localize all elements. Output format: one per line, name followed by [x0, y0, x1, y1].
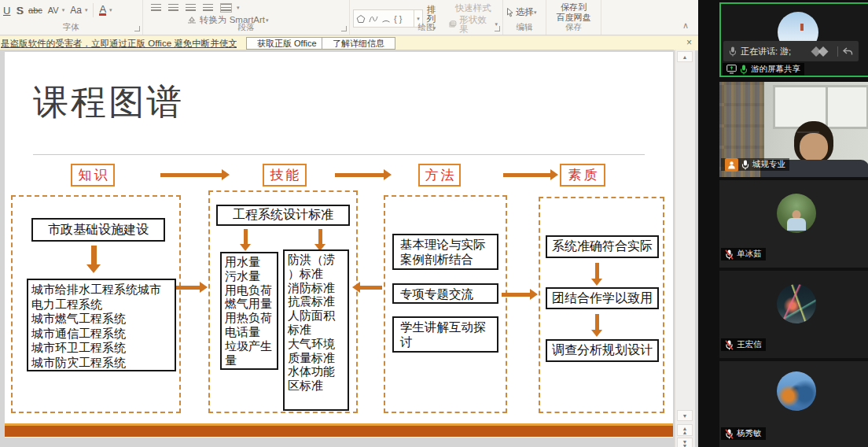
reply-arrow-icon[interactable] — [842, 46, 853, 56]
skills-quantities-box: 用水量污水量用电负荷燃气用量用热负荷电话量垃圾产生量 — [220, 252, 278, 370]
text-shadow-button[interactable]: S — [16, 5, 23, 17]
arrow-right-icon — [503, 173, 550, 177]
participant-name: 城规专业 — [752, 159, 785, 170]
slide-scrollbar[interactable]: ▲ ▼ ▲▲ ▼▼ — [675, 50, 695, 447]
avatar — [777, 371, 816, 411]
knowledge-top-box: 市政基础设施建设 — [31, 218, 165, 242]
meeting-panel: 正在讲话: 游; 游的屏幕共享 城规专业 — [698, 0, 868, 447]
learn-more-button[interactable]: 了解详细信息 — [322, 37, 395, 50]
collapse-ribbon-button[interactable]: ∧ — [682, 20, 689, 31]
video-tile-muted[interactable]: 杨秀敏 — [719, 361, 868, 447]
participant-name: 单冰茹 — [737, 249, 762, 260]
participant-name: 游的屏幕共享 — [751, 64, 800, 75]
speaking-banner: 正在讲话: 游; — [723, 41, 859, 61]
arrow-down-icon — [595, 263, 599, 279]
license-warning-link[interactable]: 是盗版软件的受害者，立即通过正版 Office 避免中断并使文件保持安全。 — [1, 38, 237, 50]
share-tile-label: 游的屏幕共享 — [723, 63, 804, 76]
ribbon-group-font: U S abc AV▾ Aa▾ A▾ 字体 — [0, 0, 143, 35]
arrow-right-icon — [176, 286, 200, 290]
chevron-down-icon: ▾ — [237, 5, 240, 11]
arrow-right-icon — [160, 173, 222, 177]
next-slide-button[interactable]: ▼▼ — [677, 438, 693, 447]
chevron-down-icon: ▾ — [109, 7, 112, 13]
video-tile-screen-share[interactable]: 正在讲话: 游; 游的屏幕共享 — [719, 2, 868, 77]
video-tile-muted[interactable]: 单冰茹 — [719, 180, 868, 268]
qualities-box-2: 团结合作学以致用 — [546, 287, 659, 309]
participant-label: 单冰茹 — [721, 248, 766, 260]
arrow-down-icon — [244, 229, 248, 244]
get-genuine-office-button[interactable]: 获取正版 Office — [246, 37, 328, 50]
divider — [93, 3, 94, 17]
skills-top-box: 工程系统设计标准 — [216, 205, 350, 226]
arrow-down-icon — [318, 229, 322, 244]
mic-on-icon — [740, 65, 748, 75]
arrow-right-icon — [335, 173, 384, 177]
chevron-down-icon: ▾ — [85, 7, 88, 13]
methods-box-3: 学生讲解互动探讨 — [392, 316, 498, 353]
mic-muted-icon — [725, 340, 734, 350]
dialog-launcher-icon[interactable] — [495, 26, 500, 31]
license-warning-bar: 是盗版软件的受害者，立即通过正版 Office 避免中断并使文件保持安全。 获取… — [0, 35, 698, 50]
align-left-icon[interactable] — [151, 4, 161, 12]
methods-column: 基本理论与实际案例剖析结合 专项专题交流 学生讲解互动探讨 — [384, 195, 507, 413]
participant-label: 王宏信 — [721, 338, 766, 351]
knowledge-column: 市政基础设施建设 城市给排水工程系统城市电力工程系统城市燃气工程系统城市通信工程… — [11, 195, 181, 413]
ribbon-group-editing: 选择 ▾ 编辑 — [503, 0, 546, 35]
slide-workspace: 课程图谱 知识 技能 方法 素质 市政基础设施建设 城市给排水工程系统城市电力工… — [0, 50, 674, 447]
participant-label: 城规专业 — [721, 158, 789, 171]
powerpoint-window: U S abc AV▾ Aa▾ A▾ 字体 ▾ — [0, 0, 698, 447]
arrow-down-icon — [595, 314, 599, 330]
quick-styles-button[interactable]: 快速样式 — [455, 3, 491, 13]
meeting-logo-icon — [810, 46, 833, 57]
align-center-icon[interactable] — [168, 4, 178, 12]
dialog-launcher-icon[interactable] — [341, 26, 347, 31]
strikethrough-button[interactable]: abc — [28, 6, 42, 15]
mic-muted-icon — [725, 249, 734, 260]
dialog-launcher-icon[interactable] — [134, 26, 140, 31]
scroll-up-button[interactable]: ▲ — [677, 51, 693, 62]
arrow-down-icon — [91, 246, 97, 266]
skills-standards-box: 防洪（涝）标准消防标准抗震标准人防面积标准大气环境质量标准水体功能区标准 — [283, 249, 349, 411]
chevron-down-icon: ▾ — [534, 9, 537, 16]
chevron-down-icon: ▾ — [62, 7, 65, 13]
change-case-button[interactable]: Aa — [70, 5, 82, 16]
qualities-column: 系统准确符合实际 团结合作学以致用 调查分析规划设计 — [539, 197, 664, 413]
screen-share-icon — [726, 65, 737, 74]
mic-icon — [729, 46, 737, 57]
ribbon-group-drawing: { } ▾ 排列▾ 快速样式 形状效果▾ 绘图 — [350, 0, 503, 35]
flow-header-skill: 技能 — [263, 164, 307, 187]
scroll-down-button[interactable]: ▼ — [677, 410, 693, 421]
flow-header-quality: 素质 — [560, 164, 605, 187]
char-spacing-button[interactable]: AV — [48, 6, 59, 15]
mic-muted-icon — [725, 429, 734, 439]
video-tile-muted[interactable]: 王宏信 — [719, 271, 868, 358]
methods-box-2: 专项专题交流 — [392, 283, 498, 304]
close-icon[interactable]: × — [686, 37, 692, 48]
qualities-box-1: 系统准确符合实际 — [546, 235, 659, 258]
ribbon-group-paragraph: ▾ 转换为 SmartArt ▾ 段落 — [143, 0, 350, 35]
font-color-button[interactable]: A — [99, 5, 106, 16]
select-button[interactable]: 选择 — [516, 6, 534, 18]
font-group-label: 字体 — [0, 22, 142, 33]
previous-slide-button[interactable]: ▲▲ — [677, 424, 693, 436]
save-to-baidu-button[interactable]: 保存到 百度网盘 — [546, 0, 601, 23]
paragraph-group-label: 段落 — [143, 22, 349, 33]
drawing-group-label: 绘图 — [350, 22, 502, 33]
ribbon-group-save: 保存到 百度网盘 保存 — [546, 0, 601, 35]
underline-button[interactable]: U — [3, 5, 10, 17]
slide-canvas[interactable]: 课程图谱 知识 技能 方法 素质 市政基础设施建设 城市给排水工程系统城市电力工… — [5, 52, 673, 438]
slide-footer-band — [5, 423, 673, 437]
participant-name: 杨秀敏 — [737, 428, 762, 439]
person-icon — [727, 161, 736, 169]
avatar — [777, 194, 816, 233]
ribbon-spacer: ∧ — [601, 0, 698, 35]
participant-label: 杨秀敏 — [721, 427, 766, 440]
screen: U S abc AV▾ Aa▾ A▾ 字体 ▾ — [0, 0, 868, 447]
video-tile-camera[interactable]: 城规专业 — [719, 82, 868, 177]
slide-title: 课程图谱 — [33, 79, 184, 126]
align-right-icon[interactable] — [186, 4, 196, 12]
columns-icon[interactable] — [220, 3, 232, 13]
arrow-right-icon — [502, 293, 530, 297]
justify-icon[interactable] — [203, 4, 213, 12]
speaking-text: 正在讲话: 游; — [741, 46, 791, 57]
